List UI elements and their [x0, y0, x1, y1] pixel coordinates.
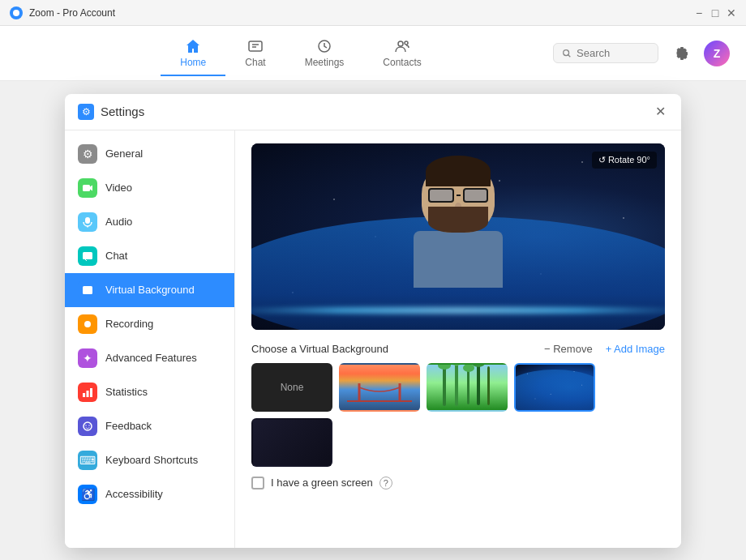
- svg-rect-6: [83, 185, 90, 191]
- video-preview: ↺ Rotate 90°: [251, 143, 665, 330]
- sidebar-recording-label: Recording: [105, 318, 153, 330]
- background-thumbnails: None: [251, 363, 665, 467]
- video-icon: [78, 178, 97, 198]
- svg-point-3: [398, 41, 403, 46]
- rotate-button[interactable]: ↺ Rotate 90°: [592, 152, 657, 169]
- person-hair: [426, 156, 491, 186]
- nav-meetings[interactable]: Meetings: [285, 31, 364, 76]
- nav-contacts[interactable]: Contacts: [363, 31, 440, 76]
- svg-rect-14: [87, 391, 89, 397]
- nav-chat[interactable]: Chat: [225, 31, 285, 76]
- person-body: [414, 231, 503, 288]
- green-screen-help-icon[interactable]: ?: [379, 477, 392, 489]
- main-content: ⚙ Settings ✕ ⚙ General: [0, 81, 746, 560]
- svg-point-4: [405, 41, 408, 45]
- bg-thumb-none[interactable]: None: [251, 363, 332, 412]
- sidebar-feedback-label: Feedback: [105, 420, 152, 432]
- bg-thumb-bridge[interactable]: [339, 363, 420, 412]
- maximize-button[interactable]: □: [710, 8, 720, 18]
- titlebar: Zoom - Pro Account − □ ✕: [0, 0, 746, 26]
- minimize-button[interactable]: −: [694, 8, 704, 18]
- bg-thumb-dark[interactable]: [251, 418, 332, 467]
- sidebar-item-chat[interactable]: Chat: [65, 239, 234, 273]
- user-avatar[interactable]: Z: [704, 41, 730, 66]
- app-title: Zoom - Pro Account: [29, 7, 115, 19]
- sidebar-item-advanced-features[interactable]: ✦ Advanced Features: [65, 341, 234, 375]
- svg-rect-10: [83, 286, 92, 294]
- search-input[interactable]: [577, 47, 650, 59]
- sidebar-item-feedback[interactable]: Feedback: [65, 409, 234, 443]
- titlebar-left: Zoom - Pro Account: [10, 6, 115, 19]
- sidebar-item-statistics[interactable]: Statistics: [65, 375, 234, 409]
- person-preview: [393, 156, 523, 318]
- sidebar-item-audio[interactable]: Audio: [65, 205, 234, 239]
- virtual-background-icon: [78, 280, 97, 300]
- meetings-icon: [315, 37, 333, 55]
- sidebar-item-accessibility[interactable]: ♿ Accessibility: [65, 477, 234, 511]
- modal-close-button[interactable]: ✕: [652, 104, 668, 120]
- window-close-button[interactable]: ✕: [727, 8, 736, 18]
- sidebar-chat-label: Chat: [105, 250, 127, 262]
- nav-home[interactable]: Home: [161, 31, 225, 76]
- bg-thumb-space[interactable]: [514, 363, 595, 412]
- nav-contacts-label: Contacts: [383, 57, 421, 68]
- svg-point-12: [84, 321, 91, 327]
- bg-thumb-grass[interactable]: [427, 363, 508, 412]
- statistics-icon: [78, 383, 97, 402]
- svg-point-29: [463, 364, 474, 372]
- green-screen-label: I have a green screen: [271, 477, 373, 489]
- video-background: [251, 143, 665, 330]
- person-beard: [428, 207, 488, 233]
- green-screen-checkbox[interactable]: [251, 477, 264, 489]
- green-screen-section: I have a green screen ?: [251, 477, 665, 489]
- svg-rect-15: [90, 388, 92, 397]
- chat-sidebar-icon: [78, 246, 97, 266]
- contacts-icon: [393, 37, 411, 55]
- svg-point-28: [450, 363, 463, 365]
- sidebar-item-virtual-background[interactable]: Virtual Background: [65, 273, 234, 307]
- svg-rect-22: [443, 365, 446, 406]
- earth-thumb: [514, 370, 595, 412]
- svg-rect-24: [467, 368, 469, 404]
- search-icon: [562, 48, 572, 59]
- sidebar-item-recording[interactable]: Recording: [65, 307, 234, 341]
- accessibility-icon: ♿: [78, 485, 97, 504]
- keyboard-icon: ⌨: [78, 451, 97, 470]
- choose-title: Choose a Virtual Background: [251, 343, 388, 355]
- person-head-container: [422, 156, 495, 233]
- remove-button[interactable]: − Remove: [544, 343, 593, 355]
- general-icon: ⚙: [78, 144, 97, 164]
- nav-items: Home Chat Meetings: [49, 31, 553, 76]
- choose-actions: − Remove + Add Image: [544, 343, 665, 355]
- settings-header: ⚙ Settings ✕: [65, 94, 681, 130]
- svg-rect-9: [83, 252, 92, 259]
- svg-rect-13: [83, 393, 85, 397]
- settings-content-panel: ↺ Rotate 90° Choose a Virtual Background…: [235, 130, 681, 548]
- window-controls: − □ ✕: [694, 8, 736, 18]
- sidebar-audio-label: Audio: [105, 216, 132, 228]
- home-icon: [184, 37, 202, 55]
- bridge-svg: [347, 383, 412, 404]
- nav-home-label: Home: [180, 57, 206, 68]
- add-image-button[interactable]: + Add Image: [606, 343, 665, 355]
- search-box[interactable]: [553, 43, 658, 63]
- app-logo: [10, 6, 23, 19]
- topnav-right: Z: [553, 41, 730, 66]
- settings-gear-icon[interactable]: [668, 41, 694, 66]
- settings-modal: ⚙ Settings ✕ ⚙ General: [65, 94, 681, 548]
- svg-point-17: [85, 425, 86, 425]
- sidebar-item-keyboard-shortcuts[interactable]: ⌨ Keyboard Shortcuts: [65, 443, 234, 477]
- svg-point-0: [13, 10, 19, 16]
- sidebar-statistics-label: Statistics: [105, 386, 148, 398]
- sidebar-video-label: Video: [105, 182, 132, 194]
- sidebar-accessibility-label: Accessibility: [105, 488, 163, 500]
- svg-point-27: [438, 363, 451, 370]
- chat-icon: [247, 37, 264, 55]
- sidebar-item-video[interactable]: Video: [65, 171, 234, 205]
- nav-meetings-label: Meetings: [305, 57, 345, 68]
- sidebar-item-general[interactable]: ⚙ General: [65, 137, 234, 171]
- svg-rect-25: [477, 363, 480, 405]
- svg-rect-26: [487, 366, 490, 405]
- sidebar-vbg-label: Virtual Background: [105, 284, 195, 296]
- top-navigation: Home Chat Meetings: [0, 26, 746, 81]
